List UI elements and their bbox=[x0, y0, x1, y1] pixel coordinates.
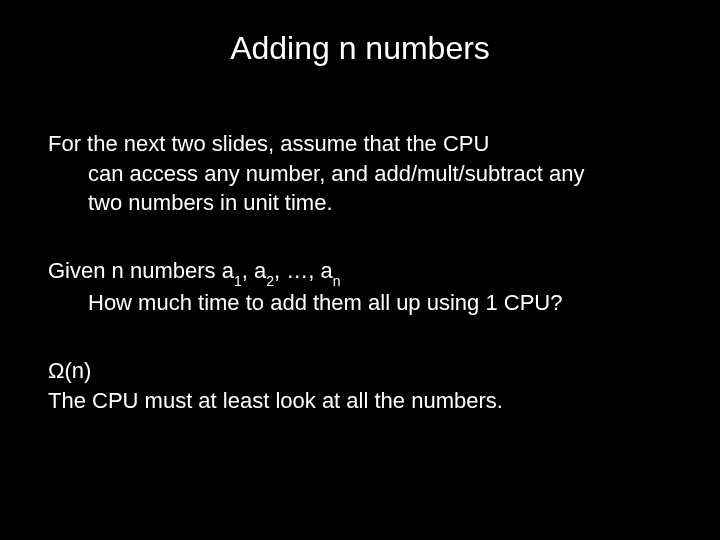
subscript: 2 bbox=[266, 273, 274, 289]
text-line: can access any number, and add/mult/subt… bbox=[48, 159, 672, 189]
text-line: How much time to add them all up using 1… bbox=[48, 288, 672, 318]
paragraph-answer: Ω(n) The CPU must at least look at all t… bbox=[48, 356, 672, 415]
text-line: two numbers in unit time. bbox=[48, 188, 672, 218]
paragraph-question: Given n numbers a1, a2, …, an How much t… bbox=[48, 256, 672, 318]
slide: Adding n numbers For the next two slides… bbox=[0, 0, 720, 540]
paragraph-assumption: For the next two slides, assume that the… bbox=[48, 129, 672, 218]
text-line: The CPU must at least look at all the nu… bbox=[48, 386, 672, 416]
subscript: 1 bbox=[234, 273, 242, 289]
text-fragment: , …, a bbox=[274, 258, 333, 283]
subscript: n bbox=[333, 273, 341, 289]
text-line: For the next two slides, assume that the… bbox=[48, 129, 672, 159]
text-line: Ω(n) bbox=[48, 356, 672, 386]
text-fragment: Given n numbers a bbox=[48, 258, 234, 283]
text-fragment: , a bbox=[242, 258, 266, 283]
text-line: Given n numbers a1, a2, …, an bbox=[48, 256, 672, 288]
slide-title: Adding n numbers bbox=[48, 30, 672, 67]
